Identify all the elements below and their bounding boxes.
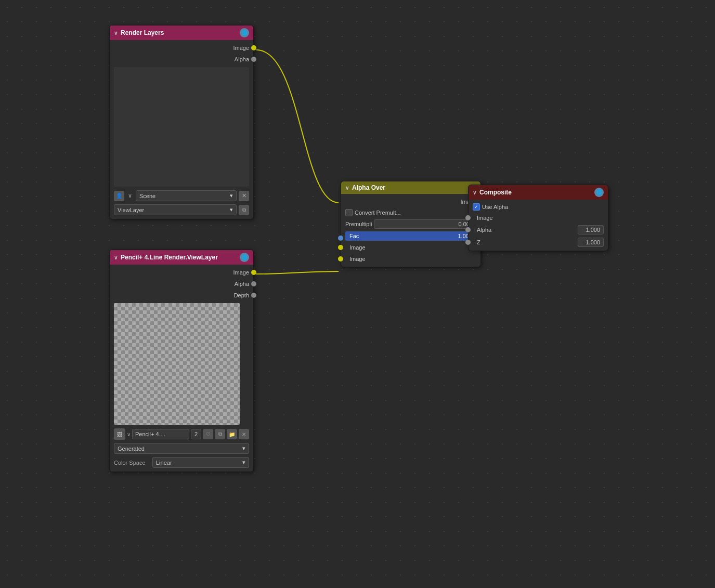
scene-clear-button[interactable]: ✕ — [239, 191, 249, 201]
composite-alpha-row: Alpha 1.000 — [469, 224, 608, 236]
fac-input-socket[interactable] — [338, 236, 343, 241]
composite-title: Composite — [479, 189, 591, 196]
composite-alpha-label: Alpha — [477, 227, 491, 233]
alpha-over-body: Image Convert Premult... Premultipli 0.0… — [341, 194, 480, 267]
pencil-chevron-icon: ∨ — [114, 255, 118, 260]
linear-label: Linear — [156, 460, 172, 466]
viewlayer-chevron: ▾ — [230, 206, 233, 213]
render-layers-node: ∨ Render Layers 🌐 Image Alpha 👤 ∨ Scene … — [109, 25, 254, 219]
viewlayer-copy-button[interactable]: ⧉ — [239, 205, 249, 215]
pencil-depth-output-row: Depth — [110, 290, 253, 301]
dropdown-chevron: ▾ — [230, 192, 233, 199]
scene-dropdown[interactable]: Scene ▾ — [136, 190, 237, 201]
alpha-output-label: Alpha — [235, 56, 249, 62]
pencil-plus-node: ∨ Pencil+ 4.Line Render.ViewLayer 🌐 Imag… — [109, 250, 254, 472]
image-output-row: Image — [110, 42, 253, 54]
render-layers-body: Image Alpha 👤 ∨ Scene ▾ ✕ ViewLayer ▾ ⧉ — [110, 40, 253, 219]
render-layers-title: Render Layers — [121, 29, 237, 36]
color-space-row: Color Space Linear ▾ — [110, 455, 253, 469]
composite-z-label: Z — [477, 239, 480, 245]
viewlayer-label: ViewLayer — [118, 207, 144, 213]
image-output-socket[interactable] — [251, 45, 256, 50]
composite-z-row: Z 1.000 — [469, 236, 608, 249]
composite-alpha-value[interactable]: 1.000 — [578, 225, 604, 234]
alpha-over-image-in2-label: Image — [349, 256, 366, 262]
generated-chevron: ▾ — [242, 445, 245, 452]
pencil-image-name[interactable]: Pencil+ 4.... — [132, 429, 189, 439]
alpha-over-title: Alpha Over — [352, 184, 476, 191]
render-layers-header: ∨ Render Layers 🌐 — [110, 25, 253, 40]
use-alpha-row: ✓ Use Alpha — [469, 202, 608, 212]
globe-icon: 🌐 — [240, 28, 249, 37]
composite-alpha-socket[interactable] — [465, 227, 471, 232]
composite-node: ∨ Composite 🌐 ✓ Use Alpha Image Alpha 1.… — [468, 185, 608, 251]
fac-row: Fac 1.000 — [345, 231, 476, 241]
image-selector-row: 🖼 ∨ Pencil+ 4.... 2 ♡ ⧉ 📁 ✕ — [110, 427, 253, 441]
premultipli-row: Premultipli 0.000 — [341, 218, 480, 230]
connections-svg — [0, 0, 715, 588]
scene-label: Scene — [139, 193, 155, 199]
convert-premult-checkbox[interactable] — [345, 209, 353, 216]
composite-body: ✓ Use Alpha Image Alpha 1.000 Z 1.000 — [469, 200, 608, 251]
composite-image-row: Image — [469, 212, 608, 224]
composite-z-value[interactable]: 1.000 — [578, 238, 604, 247]
render-layers-preview — [114, 67, 249, 187]
alpha-over-image-output-row: Image — [341, 196, 480, 207]
pencil-alpha-output-label: Alpha — [235, 281, 249, 287]
alpha-over-image-in1-row: Image — [341, 242, 480, 253]
pencil-image-output-socket[interactable] — [251, 270, 256, 275]
pencil-folder-btn[interactable]: 📁 — [227, 429, 237, 439]
alpha-over-header: ∨ Alpha Over — [341, 181, 480, 194]
dropdown-arrow: ∨ — [126, 192, 134, 199]
generated-label: Generated — [118, 446, 145, 452]
alpha-over-image-in1-socket[interactable] — [338, 245, 343, 250]
use-alpha-label: Use Alpha — [482, 204, 508, 210]
viewlayer-row: ViewLayer ▾ ⧉ — [110, 203, 253, 217]
convert-premult-row: Convert Premult... — [341, 207, 480, 218]
pencil-heart-btn[interactable]: ♡ — [203, 429, 213, 439]
pencil-depth-output-label: Depth — [234, 292, 249, 298]
pencil-plus-title: Pencil+ 4.Line Render.ViewLayer — [121, 254, 237, 261]
pencil-count: 2 — [191, 429, 201, 439]
alpha-over-image-in2-socket[interactable] — [338, 256, 343, 262]
scene-row: 👤 ∨ Scene ▾ ✕ — [110, 189, 253, 203]
pencil-image-output-label: Image — [233, 269, 249, 276]
pencil-preview — [114, 303, 240, 425]
pencil-image-output-row: Image — [110, 267, 253, 278]
pencil-alpha-output-socket[interactable] — [251, 281, 256, 286]
pencil-alpha-output-row: Alpha — [110, 278, 253, 290]
viewlayer-dropdown[interactable]: ViewLayer ▾ — [114, 204, 237, 215]
composite-header: ∨ Composite 🌐 — [469, 185, 608, 200]
composite-globe-icon: 🌐 — [594, 188, 604, 197]
pencil-x-btn[interactable]: ✕ — [239, 429, 249, 439]
image-output-label: Image — [233, 45, 249, 51]
alpha-output-socket[interactable] — [251, 57, 256, 62]
premultipli-value[interactable]: 0.000 — [374, 219, 476, 229]
generated-row: Generated ▾ — [110, 441, 253, 455]
fac-label: Fac — [349, 233, 359, 239]
pencil-plus-header: ∨ Pencil+ 4.Line Render.ViewLayer 🌐 — [110, 250, 253, 265]
composite-image-label: Image — [477, 215, 493, 221]
convert-premult-label: Convert Premult... — [355, 210, 401, 216]
composite-chevron-icon: ∨ — [473, 190, 476, 195]
generated-dropdown[interactable]: Generated ▾ — [114, 443, 249, 454]
alpha-over-node: ∨ Alpha Over Image Convert Premult... Pr… — [341, 181, 481, 267]
use-alpha-checkbox[interactable]: ✓ — [473, 203, 480, 211]
pencil-depth-output-socket[interactable] — [251, 293, 256, 298]
linear-dropdown[interactable]: Linear ▾ — [152, 457, 249, 468]
pencil-globe-icon: 🌐 — [240, 253, 249, 262]
pencil-plus-body: Image Alpha Depth 🖼 ∨ Pencil+ 4.... 2 ♡ … — [110, 265, 253, 472]
linear-chevron: ▾ — [242, 459, 245, 466]
person-icon: 👤 — [114, 191, 124, 201]
alpha-output-row: Alpha — [110, 54, 253, 65]
pencil-copy-btn[interactable]: ⧉ — [215, 429, 225, 439]
color-space-label: Color Space — [114, 460, 150, 466]
alpha-over-image-in1-label: Image — [349, 244, 366, 251]
alpha-over-image-in2-row: Image — [341, 253, 480, 265]
premultipli-label: Premultipli — [345, 221, 372, 227]
composite-image-socket[interactable] — [465, 215, 471, 220]
chevron-icon: ∨ — [114, 30, 118, 36]
composite-z-socket[interactable] — [465, 240, 471, 245]
image-icon: 🖼 — [114, 428, 125, 440]
img-dropdown-arrow: ∨ — [127, 432, 131, 437]
